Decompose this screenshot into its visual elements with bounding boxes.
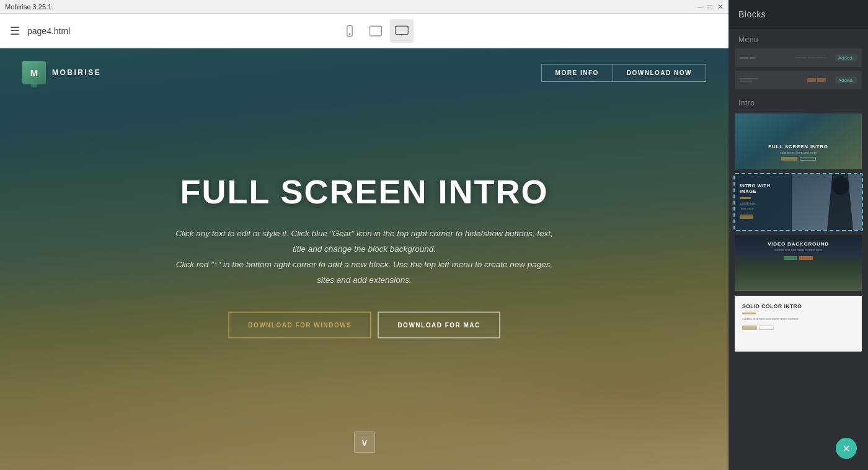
full-screen-card-title: FULL SCREEN INTRO bbox=[735, 144, 862, 149]
scroll-down-button[interactable]: ∨ bbox=[354, 432, 375, 453]
hero-section: M MOBIRISE MORE INFO DOWNLOAD NOW FULL S… bbox=[0, 48, 728, 470]
menu-item-2-badge: Added. bbox=[835, 77, 857, 84]
hero-description: Click any text to edit or style it. Clic… bbox=[175, 226, 554, 288]
maximize-button[interactable]: □ bbox=[708, 2, 712, 11]
hamburger-icon[interactable]: ☰ bbox=[10, 24, 20, 38]
menu-item-1-bar: Added. bbox=[735, 48, 862, 67]
solid-color-intro-card[interactable]: SOLID COLOR INTRO subtitle text here and… bbox=[733, 295, 863, 353]
hero-navbar: M MOBIRISE MORE INFO DOWNLOAD NOW bbox=[0, 48, 728, 97]
nav-more-info[interactable]: MORE INFO bbox=[541, 64, 613, 82]
svg-rect-2 bbox=[370, 26, 382, 36]
menu-item-2-bar: Added. bbox=[735, 71, 862, 89]
panel-header: Blocks bbox=[728, 0, 868, 29]
close-fab-button[interactable]: × bbox=[836, 438, 857, 459]
menu-item-1[interactable]: Added. bbox=[728, 47, 868, 69]
menu-item-1-badge: Added. bbox=[835, 55, 857, 61]
intro-image-card-title: INTRO WITHIMAGE bbox=[740, 183, 771, 194]
titlebar: Mobirise 3.25.1 ─ □ ✕ bbox=[0, 0, 728, 14]
hero-title: FULL SCREEN INTRO bbox=[160, 174, 569, 210]
solid-color-card-title: SOLID COLOR INTRO bbox=[742, 303, 854, 309]
video-background-card[interactable]: VIDEO BACKGROUND subtitle text and more … bbox=[733, 234, 863, 292]
menu-section-label: Menu bbox=[728, 29, 868, 47]
svg-point-1 bbox=[349, 33, 350, 35]
close-icon: × bbox=[843, 442, 850, 454]
hero-buttons: DOWNLOAD FOR WINDOWS DOWNLOAD FOR MAC bbox=[160, 312, 569, 339]
nav-links: MORE INFO DOWNLOAD NOW bbox=[541, 64, 706, 82]
desktop-view-button[interactable] bbox=[390, 19, 414, 43]
titlebar-controls: ─ □ ✕ bbox=[698, 2, 724, 11]
panel-title: Blocks bbox=[738, 9, 766, 19]
brand: M MOBIRISE bbox=[22, 61, 101, 84]
close-button[interactable]: ✕ bbox=[717, 2, 724, 11]
editor-canvas: M MOBIRISE MORE INFO DOWNLOAD NOW FULL S… bbox=[0, 48, 728, 470]
download-windows-button[interactable]: DOWNLOAD FOR WINDOWS bbox=[228, 312, 371, 339]
menu-item-2[interactable]: Added. bbox=[728, 69, 868, 91]
hero-content: FULL SCREEN INTRO Click any text to edit… bbox=[160, 174, 569, 339]
intro-section-label: Intro bbox=[728, 94, 868, 110]
video-bg-card-title: VIDEO BACKGROUND bbox=[735, 241, 862, 247]
blocks-panel: Blocks Menu Added. bbox=[728, 0, 868, 470]
brand-name: MOBIRISE bbox=[52, 68, 101, 77]
toolbar-filename: page4.html bbox=[27, 26, 70, 36]
minimize-button[interactable]: ─ bbox=[698, 2, 703, 11]
toolbar: ☰ page4.html bbox=[0, 14, 728, 48]
titlebar-title: Mobirise 3.25.1 bbox=[5, 3, 51, 11]
intro-with-image-card[interactable]: INTRO WITHIMAGE subtitle texthere more bbox=[733, 173, 863, 231]
mobile-view-button[interactable] bbox=[338, 19, 361, 43]
panel-scroll-area[interactable]: Menu Added. bbox=[728, 29, 868, 470]
brand-logo: M bbox=[22, 61, 46, 84]
nav-download[interactable]: DOWNLOAD NOW bbox=[613, 64, 706, 82]
full-screen-intro-card[interactable]: FULL SCREEN INTRO subtitle text here and… bbox=[733, 112, 863, 171]
svg-rect-5 bbox=[396, 26, 408, 34]
toolbar-left: ☰ page4.html bbox=[10, 24, 70, 38]
toolbar-view-controls bbox=[338, 19, 414, 43]
tablet-view-button[interactable] bbox=[364, 19, 388, 43]
download-mac-button[interactable]: DOWNLOAD FOR MAC bbox=[378, 312, 500, 339]
